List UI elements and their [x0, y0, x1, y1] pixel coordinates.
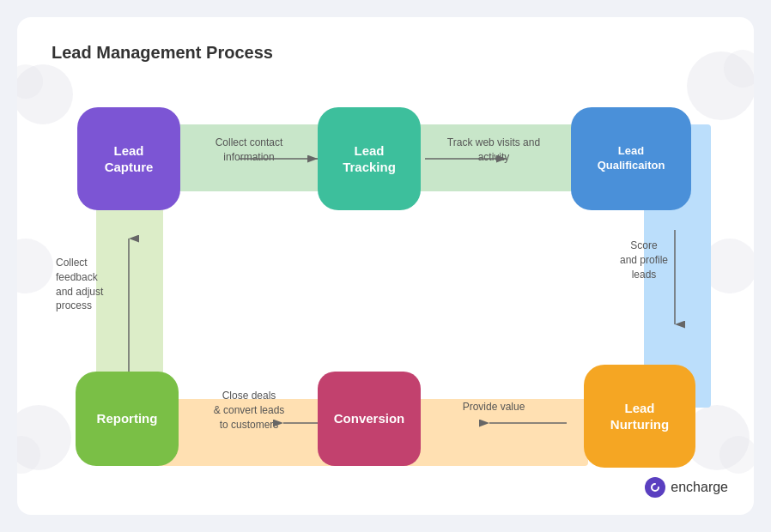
conversion-node[interactable]: Conversion	[318, 372, 421, 466]
svg-point-5	[17, 436, 40, 474]
reporting-node[interactable]: Reporting	[76, 372, 179, 466]
lead-capture-label: LeadCapture	[105, 142, 154, 176]
lead-qualification-label: LeadQualificaiton	[598, 144, 665, 173]
lead-tracking-node[interactable]: LeadTracking	[318, 107, 421, 210]
score-profile-label: Scoreand profileleads	[610, 239, 678, 281]
svg-point-8	[17, 239, 53, 293]
lead-tracking-label: LeadTracking	[343, 142, 396, 176]
svg-point-1	[17, 64, 43, 99]
svg-point-3	[724, 50, 754, 88]
lead-nurturing-node[interactable]: LeadNurturing	[584, 365, 695, 468]
lead-nurturing-label: LeadNurturing	[610, 400, 669, 433]
provide-value-label: Provide value	[451, 400, 537, 414]
conversion-label: Conversion	[334, 410, 405, 427]
encharge-icon	[645, 477, 665, 498]
page-title: Lead Management Process	[52, 43, 719, 63]
encharge-text: encharge	[671, 480, 728, 495]
close-deals-label: Close deals& convert leadsto customers	[193, 389, 305, 432]
lead-capture-node[interactable]: LeadCapture	[77, 107, 180, 210]
encharge-logo: encharge	[645, 477, 728, 498]
collect-feedback-label: Collectfeedbackand adjustprocess	[56, 256, 133, 313]
flow-diagram: LeadCapture LeadTracking LeadQualificait…	[52, 88, 756, 492]
track-web-label: Track web visits and activity	[438, 136, 549, 165]
lead-qualification-node[interactable]: LeadQualificaiton	[571, 107, 691, 210]
collect-contact-label: Collect contact information	[193, 136, 305, 165]
reporting-label: Reporting	[97, 410, 158, 427]
diagram-card: Lead Management Process	[17, 17, 754, 515]
